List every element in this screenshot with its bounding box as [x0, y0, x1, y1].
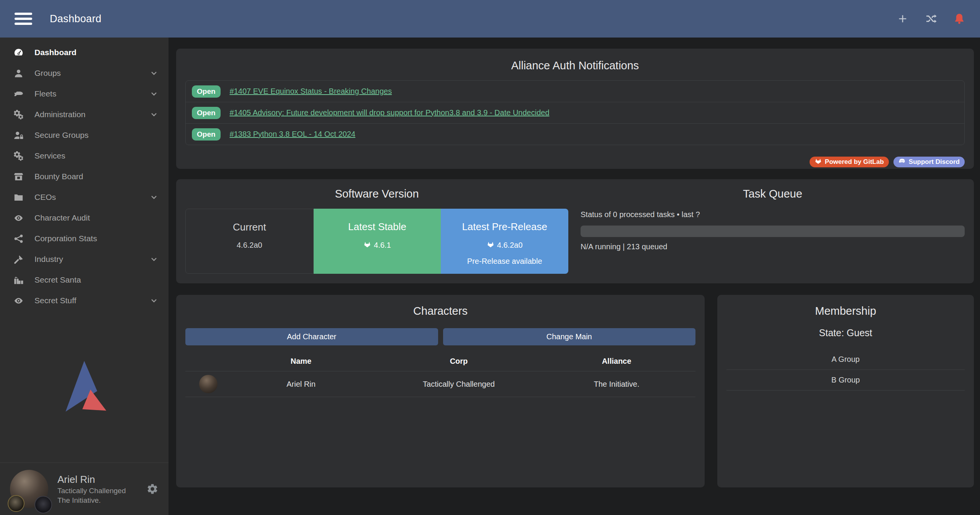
membership-groups: A GroupB Group — [726, 349, 965, 391]
character-alliance: The Initiative. — [538, 380, 695, 389]
sidebar-item-label: Services — [34, 151, 65, 160]
version-note: Pre-Release available — [441, 257, 568, 266]
add-character-button[interactable]: Add Character — [185, 328, 438, 345]
chevron-down-icon — [149, 255, 159, 264]
alliance-auth-logo — [0, 311, 169, 463]
version-box-label: Latest Stable — [314, 221, 441, 233]
notifications-footer: Powered by GitLabSupport Discord — [185, 157, 965, 167]
folder-icon — [11, 192, 25, 203]
alliance-logo-badge — [34, 496, 52, 513]
gitlab-icon — [363, 240, 371, 250]
user-lock-icon — [11, 130, 25, 141]
table-header-name: Name — [222, 357, 380, 366]
notification-row: Open#1405 Advisory: Future development w… — [186, 102, 964, 123]
sidebar-item-corporation-stats[interactable]: Corporation Stats — [0, 228, 169, 249]
status-badge: Open — [192, 85, 221, 98]
hamburger-menu-icon[interactable] — [15, 13, 32, 25]
gears-icon — [11, 109, 25, 120]
membership-panel: Membership State: Guest A GroupB Group — [717, 295, 974, 487]
version-taskqueue-panel: Software Version Current4.6.2a0Latest St… — [176, 179, 974, 283]
version-number: 4.6.1 — [314, 240, 441, 250]
sidebar-item-label: Fleets — [34, 89, 56, 98]
membership-title: Membership — [726, 305, 965, 317]
page-title: Dashboard — [50, 13, 101, 25]
change-main-button[interactable]: Change Main — [443, 328, 696, 345]
sidebar-item-label: Groups — [34, 69, 61, 78]
user-info: Ariel Rin Tactically Challenged The Init… — [57, 473, 126, 505]
chevron-down-icon — [149, 110, 159, 119]
corp-logo-badge — [8, 495, 25, 512]
notification-row: Open#1407 EVE Equinox Status - Breaking … — [186, 81, 964, 102]
software-version-section: Software Version Current4.6.2a0Latest St… — [185, 187, 568, 276]
software-version-title: Software Version — [185, 188, 568, 200]
sidebar-item-label: Industry — [34, 255, 63, 264]
table-header-corp: Corp — [380, 357, 538, 366]
character-corp: Tactically Challenged — [380, 380, 538, 389]
user-settings-gear-icon[interactable] — [146, 483, 159, 495]
alliance-auth-dashboard: Dashboard DashboardGroupsFleetsAdministr… — [0, 0, 980, 515]
status-badge: Open — [192, 107, 221, 119]
sidebar-item-label: Character Audit — [34, 213, 90, 222]
main-content: Alliance Auth Notifications Open#1407 EV… — [169, 38, 980, 515]
share-icon — [11, 233, 25, 244]
notification-link[interactable]: #1407 EVE Equinox Status - Breaking Chan… — [230, 87, 392, 96]
sidebar-item-groups[interactable]: Groups — [0, 63, 169, 83]
sidebar-item-bounty-board[interactable]: Bounty Board — [0, 166, 169, 187]
user-corp: Tactically Challenged — [57, 486, 126, 495]
version-box-stable: Latest Stable4.6.1 — [314, 209, 441, 274]
sidebar-item-label: Secure Groups — [34, 131, 88, 140]
sidebar-item-label: Administration — [34, 110, 85, 119]
characters-table-header: NameCorpAlliance — [185, 357, 695, 371]
notifications-list: Open#1407 EVE Equinox Status - Breaking … — [185, 80, 965, 145]
sidebar-item-secret-stuff[interactable]: Secret Stuff — [0, 290, 169, 311]
notification-link[interactable]: #1383 Python 3.8 EOL - 14 Oct 2024 — [230, 130, 355, 139]
character-portrait — [199, 375, 218, 393]
bell-icon[interactable] — [953, 13, 965, 25]
notification-link[interactable]: #1405 Advisory: Future development will … — [230, 108, 550, 117]
sidebar-item-administration[interactable]: Administration — [0, 104, 169, 125]
gauge-icon — [11, 47, 25, 58]
badge-label: Support Discord — [909, 158, 960, 166]
gifts-icon — [11, 275, 25, 285]
chevron-down-icon — [149, 89, 159, 98]
user-avatar — [10, 470, 48, 508]
group-item-b-group: B Group — [726, 370, 965, 391]
gitlab-icon — [815, 157, 822, 167]
status-badge: Open — [192, 128, 221, 141]
notifications-panel: Alliance Auth Notifications Open#1407 EV… — [176, 49, 974, 169]
task-queue-counts: N/A running | 213 queued — [581, 242, 965, 251]
sidebar-item-ceos[interactable]: CEOs — [0, 187, 169, 208]
sidebar-item-label: Secret Santa — [34, 275, 81, 284]
discord-icon — [898, 157, 906, 167]
sidebar-item-secure-groups[interactable]: Secure Groups — [0, 125, 169, 146]
task-queue-title: Task Queue — [581, 188, 965, 200]
version-text: 4.6.2a0 — [497, 241, 523, 250]
sidebar-item-character-audit[interactable]: Character Audit — [0, 208, 169, 228]
membership-state: State: Guest — [726, 327, 965, 338]
support-discord-badge[interactable]: Support Discord — [893, 157, 965, 167]
characters-panel: Characters Add CharacterChange Main Name… — [176, 295, 705, 487]
chevron-down-icon — [149, 296, 159, 305]
characters-buttons: Add CharacterChange Main — [185, 328, 695, 345]
version-number: 4.6.2a0 — [186, 241, 313, 250]
store-icon — [11, 171, 25, 182]
chevron-down-icon — [149, 193, 159, 202]
powered-by-gitlab-badge[interactable]: Powered by GitLab — [810, 157, 889, 167]
user-alliance: The Initiative. — [57, 495, 126, 505]
sidebar-item-services[interactable]: Services — [0, 146, 169, 166]
top-navbar: Dashboard — [0, 0, 980, 38]
shuffle-icon[interactable] — [925, 13, 937, 25]
plus-icon[interactable] — [897, 13, 909, 25]
group-item-a-group: A Group — [726, 349, 965, 370]
chevron-down-icon — [149, 69, 159, 78]
task-queue-section: Task Queue Status of 0 processed tasks •… — [581, 187, 965, 276]
sidebar-item-industry[interactable]: Industry — [0, 249, 169, 270]
sidebar-item-fleets[interactable]: Fleets — [0, 83, 169, 104]
sidebar-item-dashboard[interactable]: Dashboard — [0, 42, 169, 63]
version-box-prerelease: Latest Pre-Release4.6.2a0Pre-Release ava… — [441, 209, 568, 274]
sidebar-item-secret-santa[interactable]: Secret Santa — [0, 270, 169, 290]
sidebar-user-panel: Ariel Rin Tactically Challenged The Init… — [0, 463, 169, 515]
version-number: 4.6.2a0 — [441, 240, 568, 250]
version-text: 4.6.1 — [374, 241, 391, 250]
version-box-label: Current — [186, 221, 313, 233]
